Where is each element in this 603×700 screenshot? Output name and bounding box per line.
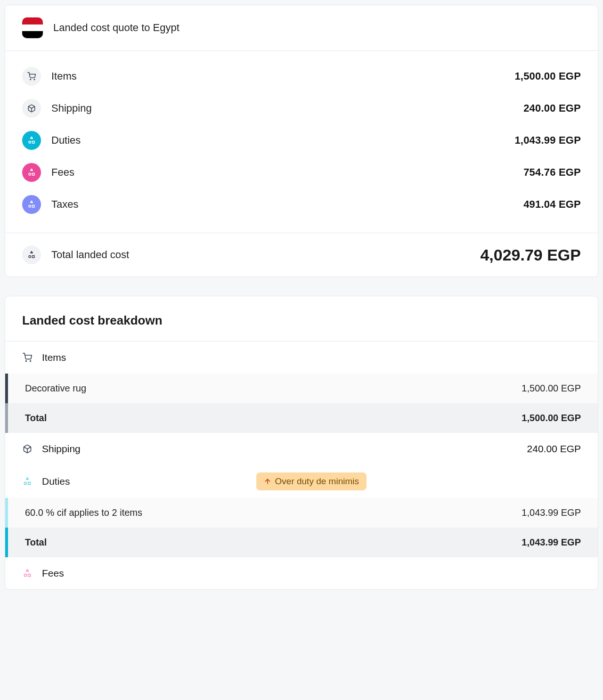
svg-rect-8: [33, 205, 35, 208]
cart-icon: [22, 67, 41, 86]
svg-point-3: [29, 141, 31, 144]
summary-row-fees: Fees 754.76 EGP: [22, 156, 581, 188]
breakdown-items-heading: Items: [5, 342, 598, 374]
summary-value: 1,043.99 EGP: [514, 134, 581, 147]
breakdown-title: Landed cost breakdown: [5, 296, 598, 342]
svg-rect-10: [33, 256, 35, 258]
cart-icon: [22, 352, 33, 363]
svg-point-9: [29, 256, 31, 258]
quote-card: Landed cost quote to Egypt Items 1,500.0…: [5, 5, 598, 277]
duty-value: 1,043.99 EGP: [522, 507, 581, 518]
total-row: Total landed cost 4,029.79 EGP: [5, 233, 598, 277]
summary-label: Shipping: [51, 102, 92, 114]
total-label: Total: [25, 413, 47, 423]
svg-point-11: [26, 361, 27, 362]
svg-rect-18: [28, 574, 31, 577]
summary-row-taxes: Taxes 491.04 EGP: [22, 188, 581, 220]
duty-name: 60.0 % cif applies to 2 items: [25, 507, 142, 518]
summary-list: Items 1,500.00 EGP Shipping 240.00 EGP D…: [5, 51, 598, 233]
summary-value: 1,500.00 EGP: [514, 70, 581, 82]
svg-rect-6: [33, 173, 35, 176]
total-label: Total: [25, 537, 47, 548]
item-name: Decorative rug: [25, 383, 86, 394]
shipping-value: 240.00 EGP: [527, 443, 581, 455]
total-value: 4,029.79 EGP: [480, 246, 581, 264]
shapes-icon: [22, 245, 41, 264]
de-minimis-badge: Over duty de minimis: [256, 472, 367, 490]
summary-value: 491.04 EGP: [523, 198, 581, 211]
breakdown-items-total: Total 1,500.00 EGP: [5, 403, 598, 433]
svg-rect-15: [28, 482, 31, 485]
breakdown-shipping-row: Shipping 240.00 EGP: [5, 433, 598, 465]
shapes-icon: [22, 131, 41, 150]
quote-header: Landed cost quote to Egypt: [5, 5, 598, 51]
summary-label: Duties: [51, 134, 81, 147]
quote-title: Landed cost quote to Egypt: [53, 22, 179, 34]
svg-point-1: [34, 79, 35, 80]
section-heading-label: Shipping: [42, 443, 81, 455]
arrow-up-icon: [264, 478, 271, 485]
svg-point-17: [24, 574, 26, 577]
summary-row-shipping: Shipping 240.00 EGP: [22, 92, 581, 124]
summary-row-items: Items 1,500.00 EGP: [22, 60, 581, 92]
svg-point-0: [30, 79, 31, 80]
breakdown-duties-heading: Duties Over duty de minimis: [5, 465, 598, 498]
shapes-icon: [22, 163, 41, 182]
total-value: 1,043.99 EGP: [522, 537, 581, 548]
shapes-icon: [22, 568, 33, 578]
summary-row-duties: Duties 1,043.99 EGP: [22, 124, 581, 156]
section-heading-label: Fees: [42, 568, 64, 579]
svg-point-7: [29, 205, 31, 208]
total-label: Total landed cost: [51, 249, 129, 261]
badge-text: Over duty de minimis: [275, 476, 359, 487]
shapes-icon: [22, 195, 41, 214]
svg-point-12: [30, 361, 31, 362]
item-value: 1,500.00 EGP: [522, 383, 581, 394]
summary-label: Taxes: [51, 198, 78, 211]
box-icon: [22, 444, 33, 454]
egypt-flag-icon: [22, 17, 43, 38]
svg-rect-4: [33, 141, 35, 144]
svg-point-14: [24, 482, 26, 485]
summary-label: Fees: [51, 166, 74, 179]
section-heading-label: Items: [42, 352, 66, 363]
breakdown-duty-row: 60.0 % cif applies to 2 items 1,043.99 E…: [5, 498, 598, 528]
box-icon: [22, 99, 41, 118]
breakdown-fees-heading: Fees: [5, 557, 598, 589]
breakdown-item-row: Decorative rug 1,500.00 EGP: [5, 374, 598, 403]
total-value: 1,500.00 EGP: [522, 413, 581, 423]
shapes-icon: [22, 476, 33, 487]
breakdown-card: Landed cost breakdown Items Decorative r…: [5, 296, 598, 590]
summary-value: 754.76 EGP: [523, 166, 581, 179]
summary-label: Items: [51, 70, 77, 82]
svg-point-5: [29, 173, 31, 176]
breakdown-duties-total: Total 1,043.99 EGP: [5, 528, 598, 557]
summary-value: 240.00 EGP: [523, 102, 581, 114]
